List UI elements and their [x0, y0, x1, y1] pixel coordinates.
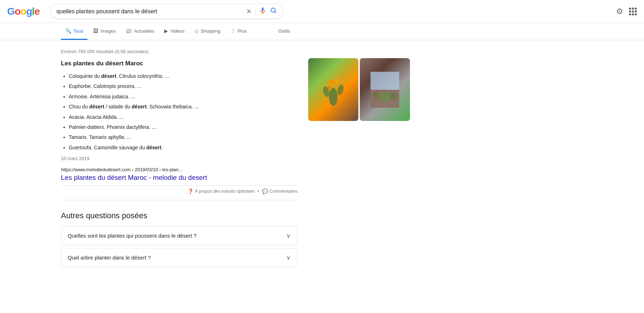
svg-rect-12 — [371, 72, 399, 90]
list-item: Palmier-dattiers. Phoenix dactylifera. .… — [69, 123, 297, 131]
search-icon[interactable] — [270, 7, 277, 16]
settings-icon[interactable]: ⚙ — [616, 7, 623, 16]
list-item: Armoise. Artémisia judaica. ... — [69, 93, 297, 101]
image-desert[interactable] — [360, 58, 410, 121]
svg-point-13 — [380, 92, 390, 102]
footer-dot: • — [258, 189, 259, 194]
paa-chevron-1: ∨ — [286, 232, 291, 239]
paa-title: Autres questions posées — [61, 211, 297, 220]
tab-tous[interactable]: 🔍 Tous — [61, 23, 87, 40]
svg-point-3 — [271, 8, 276, 12]
actualites-icon: 📰 — [126, 28, 132, 34]
divider — [61, 200, 297, 200]
content: Environ 780 000 résultats (0,56 secondes… — [0, 40, 644, 270]
side-content — [308, 44, 412, 270]
comments-label: Commentaires — [269, 189, 297, 194]
tab-shopping-label: Shopping — [201, 28, 220, 34]
tab-actualites-label: Actualités — [134, 28, 154, 34]
logo-o2-letter: o — [20, 6, 26, 17]
svg-point-5 — [329, 88, 338, 106]
search-box: ✕ — [50, 4, 283, 19]
tab-outils[interactable]: Outils — [274, 23, 294, 40]
tab-videos[interactable]: ▶ Vidéos — [160, 23, 189, 40]
source-link[interactable]: Les plantes du désert Maroc - melodie du… — [61, 174, 207, 181]
header-right: ⚙ — [616, 7, 637, 16]
tab-images[interactable]: 🖼 Images — [89, 23, 120, 40]
svg-point-9 — [335, 79, 339, 83]
source-url: https://www.melodiedudesert.com › 2019/0… — [61, 167, 297, 172]
logo-g2-letter: g — [26, 6, 32, 17]
svg-point-7 — [336, 84, 344, 95]
result-count: Environ 780 000 résultats (0,56 secondes… — [61, 49, 297, 54]
featured-snippet: Les plantes du désert Maroc Coloquinte d… — [61, 60, 297, 194]
list-item: Guertoufa. Camomille sauvage du désert. — [69, 144, 297, 151]
tab-plus-label: Plus — [238, 28, 247, 34]
tous-icon: 🔍 — [65, 28, 71, 34]
main-content: Environ 780 000 résultats (0,56 secondes… — [61, 44, 297, 270]
search-input[interactable] — [56, 8, 243, 15]
question-icon: ❓ — [187, 188, 194, 194]
svg-rect-0 — [262, 8, 264, 11]
snippet-date: 10 mars 2019 — [61, 156, 297, 161]
header: Google ✕ ⚙ — [0, 0, 644, 23]
tab-plus[interactable]: ⋮ Plus — [226, 23, 251, 40]
logo-o1-letter: o — [15, 6, 20, 17]
paa-item-1[interactable]: Quelles sont les plantes qui poussent da… — [61, 226, 297, 245]
list-item: Euphorbe. Calotropis procera. ... — [69, 82, 297, 90]
svg-point-8 — [329, 80, 334, 85]
paa-question-1-text: Quelles sont les plantes qui poussent da… — [68, 233, 196, 239]
list-item: Tamaris. Tamarix aphylla. ... — [69, 133, 297, 141]
logo-l-letter: l — [32, 6, 34, 17]
apps-icon[interactable] — [629, 8, 637, 15]
logo-e-letter: e — [34, 6, 40, 17]
list-item: Chou du désert / salade du désert. Schou… — [69, 103, 297, 111]
search-divider — [255, 7, 256, 16]
svg-point-15 — [390, 93, 397, 100]
tab-actualites[interactable]: 📰 Actualités — [121, 23, 158, 40]
svg-point-10 — [327, 86, 331, 90]
paa-chevron-2: ∨ — [286, 254, 291, 261]
cactus-placeholder — [308, 58, 358, 121]
svg-point-14 — [373, 92, 379, 98]
microphone-icon[interactable] — [259, 7, 266, 16]
nav-tabs: 🔍 Tous 🖼 Images 📰 Actualités ▶ Vidéos ◇ … — [0, 23, 644, 40]
shopping-icon: ◇ — [195, 28, 199, 34]
tab-videos-label: Vidéos — [170, 28, 185, 34]
list-item: Acacia. Acacia Aldida. ... — [69, 113, 297, 121]
paa-question-2-text: Quel arbre planter dans le désert ? — [68, 254, 151, 261]
tab-images-label: Images — [100, 28, 116, 34]
images-icon: 🖼 — [93, 28, 98, 34]
image-cactus[interactable] — [308, 58, 358, 121]
google-logo[interactable]: Google — [7, 6, 39, 17]
svg-line-4 — [275, 12, 276, 13]
plus-icon: ⋮ — [230, 28, 235, 34]
comments-icon: 💬 — [262, 188, 268, 194]
paa-item-2[interactable]: Quel arbre planter dans le désert ? ∨ — [61, 248, 297, 267]
clear-icon[interactable]: ✕ — [246, 8, 252, 15]
tab-tous-label: Tous — [73, 28, 83, 34]
tab-shopping[interactable]: ◇ Shopping — [190, 23, 225, 40]
comments-button[interactable]: 💬 Commentaires — [262, 188, 297, 194]
tab-outils-label: Outils — [278, 28, 290, 34]
snippet-list: Coloquinte du désert. Citrulus colocynth… — [61, 72, 297, 151]
videos-icon: ▶ — [164, 28, 168, 34]
snippet-footer: ❓ À propos des extraits optimisés • 💬 Co… — [61, 185, 297, 194]
about-extraits[interactable]: ❓ À propos des extraits optimisés — [187, 188, 255, 194]
snippet-title: Les plantes du désert Maroc — [61, 60, 297, 67]
about-extraits-label: À propos des extraits optimisés — [195, 189, 255, 194]
list-item: Coloquinte du désert. Citrulus colocynth… — [69, 72, 297, 80]
logo-g-letter: G — [7, 6, 15, 17]
paa-question-2[interactable]: Quel arbre planter dans le désert ? ∨ — [61, 248, 297, 267]
paa-section: Autres questions posées Quelles sont les… — [61, 211, 297, 267]
paa-question-1[interactable]: Quelles sont les plantes qui poussent da… — [61, 226, 297, 245]
desert-placeholder — [360, 58, 410, 121]
side-images — [308, 58, 412, 121]
